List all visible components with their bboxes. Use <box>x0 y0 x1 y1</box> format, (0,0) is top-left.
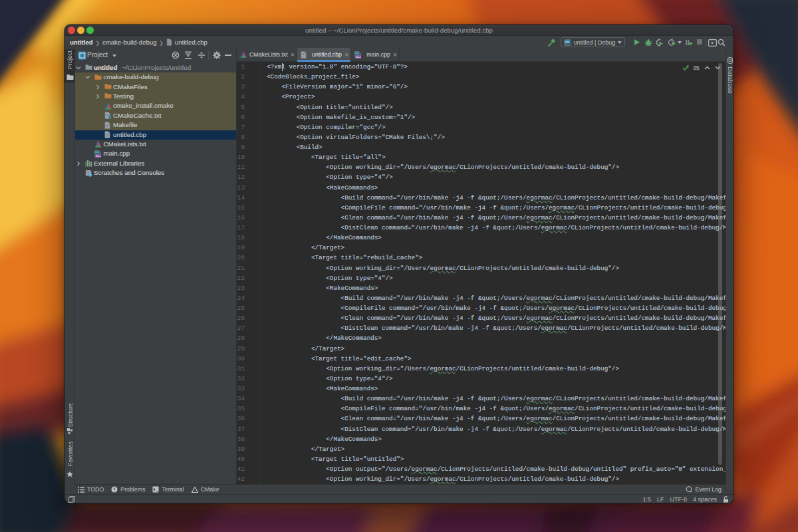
svg-text:C++: C++ <box>356 55 361 58</box>
svg-text:C++: C++ <box>96 154 101 157</box>
